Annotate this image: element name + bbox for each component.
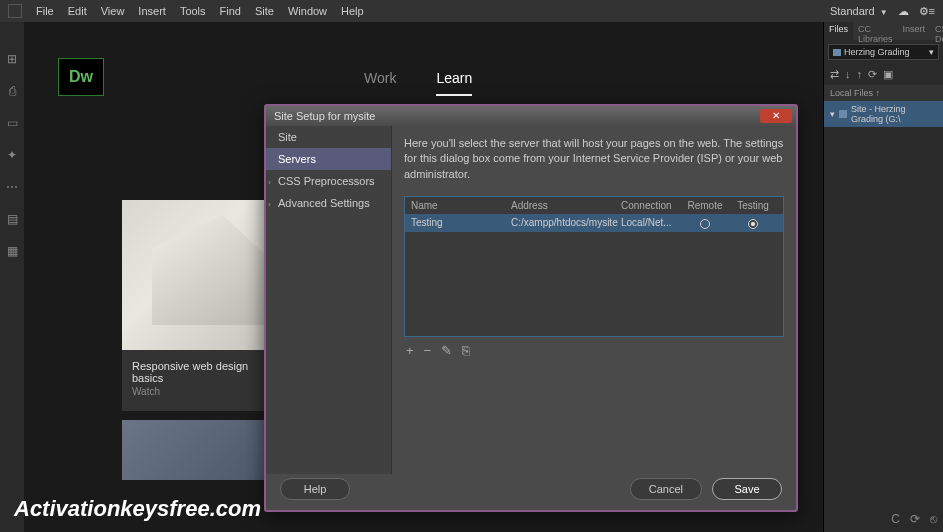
caret-down-icon: ▾ — [830, 109, 835, 119]
sidebar-item-advanced[interactable]: ›Advanced Settings — [266, 192, 391, 214]
tutorial-title: Responsive web design basics — [132, 360, 248, 384]
menu-bar: File Edit View Insert Tools Find Site Wi… — [0, 0, 943, 22]
add-server-button[interactable]: + — [406, 343, 414, 358]
sidebar-item-servers[interactable]: Servers — [266, 148, 391, 170]
folder-icon — [833, 49, 841, 56]
status-bar-icons: C ⟳ ⎋ — [891, 512, 937, 526]
sync-status-icon[interactable]: ⟳ — [910, 512, 920, 526]
connect-icon[interactable]: ⇄ — [830, 68, 839, 81]
file-tree-root-label: Site - Herzing Grading (G:\ — [851, 104, 937, 124]
col-address: Address — [511, 200, 621, 211]
file-tree-root[interactable]: ▾ Site - Herzing Grading (G:\ — [824, 101, 943, 127]
cancel-button[interactable]: Cancel — [630, 478, 702, 500]
settings-icon[interactable]: ⚙≡ — [919, 5, 935, 18]
expand-icon[interactable]: ▣ — [883, 68, 893, 81]
tool-split[interactable]: ⊞ — [5, 52, 19, 66]
download-icon[interactable]: ↓ — [845, 68, 851, 81]
start-tabs: Work Learn — [364, 70, 472, 96]
menu-help[interactable]: Help — [341, 5, 364, 17]
save-button[interactable]: Save — [712, 478, 782, 500]
menu-file[interactable]: File — [36, 5, 54, 17]
help-button[interactable]: Help — [280, 478, 350, 500]
col-remote: Remote — [681, 200, 729, 211]
menu-find[interactable]: Find — [220, 5, 241, 17]
menu-site[interactable]: Site — [255, 5, 274, 17]
panel-tab-css[interactable]: CSS De — [930, 22, 943, 40]
sidebar-item-site[interactable]: Site — [266, 126, 391, 148]
left-toolbar: ⊞ ⎙ ▭ ✦ ⋯ ▤ ▦ — [0, 22, 24, 532]
remote-radio[interactable] — [700, 219, 710, 229]
tutorial-sub: Watch — [132, 386, 280, 397]
menu-window[interactable]: Window — [288, 5, 327, 17]
tool-code[interactable]: ⎙ — [5, 84, 19, 98]
cell-connection: Local/Net... — [621, 217, 681, 228]
col-name: Name — [411, 200, 511, 211]
tool-live[interactable]: ▭ — [5, 116, 19, 130]
sidebar-item-css[interactable]: ›CSS Preprocessors — [266, 170, 391, 192]
tool-grid[interactable]: ▦ — [5, 244, 19, 258]
caret-right-icon: › — [268, 200, 276, 209]
sync-icon[interactable]: ☁ — [898, 5, 909, 18]
watermark: Activationkeysfree.com — [14, 496, 261, 522]
upload-icon[interactable]: ↑ — [857, 68, 863, 81]
caret-right-icon: › — [268, 178, 276, 187]
cell-address: C:/xampp/htdocs/mysite — [511, 217, 621, 228]
menu-tools[interactable]: Tools — [180, 5, 206, 17]
tool-layout[interactable]: ▤ — [5, 212, 19, 226]
dialog-sidebar: Site Servers ›CSS Preprocessors ›Advance… — [266, 126, 392, 474]
site-dropdown[interactable]: Herzing Grading ▾ — [828, 44, 939, 60]
tool-wand[interactable]: ✦ — [5, 148, 19, 162]
app-icon — [8, 4, 22, 18]
right-panel: Files CC Libraries Insert CSS De Herzing… — [823, 22, 943, 532]
sync-icon[interactable]: ⟳ — [868, 68, 877, 81]
edit-server-button[interactable]: ✎ — [441, 343, 452, 358]
menu-edit[interactable]: Edit — [68, 5, 87, 17]
menu-insert[interactable]: Insert — [138, 5, 166, 17]
dialog-content: Here you'll select the server that will … — [392, 126, 796, 474]
dialog-titlebar[interactable]: Site Setup for mysite ✕ — [266, 106, 796, 126]
col-connection: Connection — [621, 200, 681, 211]
duplicate-server-button[interactable]: ⎘ — [462, 343, 470, 358]
tab-work[interactable]: Work — [364, 70, 396, 96]
testing-radio[interactable] — [748, 219, 758, 229]
col-testing: Testing — [729, 200, 777, 211]
tool-dots[interactable]: ⋯ — [5, 180, 19, 194]
tab-learn[interactable]: Learn — [436, 70, 472, 96]
workspace-switcher[interactable]: Standard ▼ — [830, 5, 888, 17]
dialog-description: Here you'll select the server that will … — [404, 136, 784, 182]
panel-tab-files[interactable]: Files — [824, 22, 853, 40]
folder-icon — [839, 110, 847, 118]
files-header: Local Files ↑ — [824, 85, 943, 101]
panel-tab-insert[interactable]: Insert — [898, 22, 931, 40]
close-button[interactable]: ✕ — [760, 109, 792, 123]
chevron-down-icon: ▼ — [880, 8, 888, 17]
refresh-icon[interactable]: C — [891, 512, 900, 526]
servers-table: Name Address Connection Remote Testing T… — [404, 196, 784, 336]
panel-tab-cc[interactable]: CC Libraries — [853, 22, 898, 40]
menu-view[interactable]: View — [101, 5, 125, 17]
link-icon[interactable]: ⎋ — [930, 512, 937, 526]
dialog-title: Site Setup for mysite — [274, 110, 376, 122]
dw-logo: Dw — [58, 58, 104, 96]
server-row[interactable]: Testing C:/xampp/htdocs/mysite Local/Net… — [405, 214, 783, 231]
chevron-down-icon: ▾ — [929, 47, 934, 57]
cell-name: Testing — [411, 217, 511, 228]
remove-server-button[interactable]: − — [424, 343, 432, 358]
site-setup-dialog: Site Setup for mysite ✕ Site Servers ›CS… — [264, 104, 798, 512]
